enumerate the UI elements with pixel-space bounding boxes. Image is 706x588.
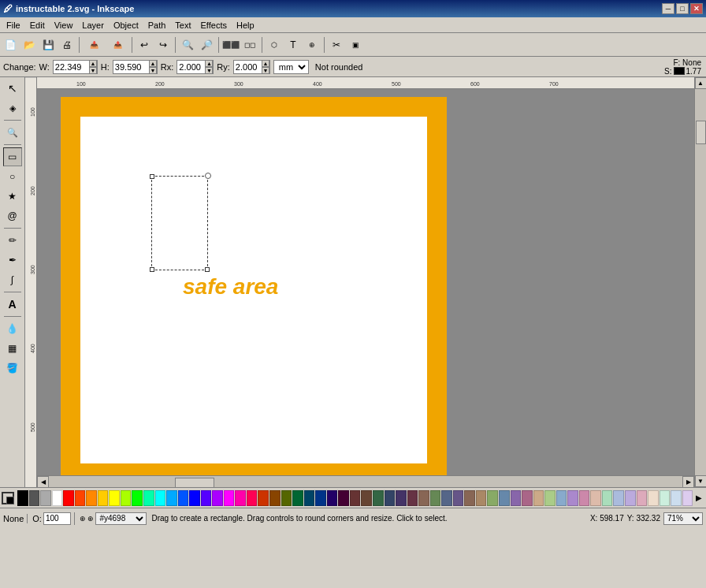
rx-input[interactable] bbox=[177, 62, 205, 72]
minimize-button[interactable]: ─ bbox=[662, 3, 674, 14]
export-button[interactable]: 📤 bbox=[106, 36, 128, 54]
node-tool[interactable]: ◈ bbox=[3, 99, 22, 117]
color-swatch[interactable] bbox=[418, 490, 429, 506]
color-swatch[interactable] bbox=[453, 490, 464, 506]
pen-tool[interactable]: ✒ bbox=[3, 251, 22, 270]
color-swatch[interactable] bbox=[166, 490, 177, 506]
menu-edit[interactable]: Edit bbox=[25, 19, 50, 32]
rx-spinner[interactable]: ▲▼ bbox=[205, 60, 213, 74]
ry-up[interactable]: ▲ bbox=[262, 60, 269, 67]
v-scroll-thumb[interactable] bbox=[696, 121, 706, 144]
menu-help[interactable]: Help bbox=[232, 19, 259, 32]
color-swatch[interactable] bbox=[487, 490, 498, 506]
node-select[interactable]: #y4698 bbox=[95, 512, 147, 525]
zoom-out-button[interactable]: 🔎 bbox=[198, 36, 215, 54]
menu-text[interactable]: Text bbox=[170, 19, 195, 32]
color-swatch[interactable] bbox=[75, 490, 86, 506]
star-tool[interactable]: ★ bbox=[3, 187, 22, 206]
palette-scroll[interactable]: ▶ bbox=[693, 493, 704, 502]
h-scroll-track[interactable] bbox=[49, 476, 682, 488]
color-swatch[interactable] bbox=[396, 490, 407, 506]
height-spinner[interactable]: ▲▼ bbox=[149, 60, 157, 74]
handle-top-left[interactable] bbox=[150, 174, 154, 179]
ry-input[interactable] bbox=[234, 62, 262, 72]
ry-spinner[interactable]: ▲▼ bbox=[262, 60, 269, 74]
color-swatch[interactable] bbox=[350, 490, 361, 506]
color-swatch[interactable] bbox=[121, 490, 132, 506]
rx-down[interactable]: ▼ bbox=[205, 67, 213, 74]
undo-button[interactable]: ↩ bbox=[136, 36, 153, 54]
scroll-down-button[interactable]: ▼ bbox=[695, 475, 707, 487]
paint-tool[interactable]: 🪣 bbox=[3, 359, 22, 378]
open-button[interactable]: 📂 bbox=[20, 36, 38, 54]
spiral-tool[interactable]: @ bbox=[3, 207, 22, 225]
color-swatch[interactable] bbox=[132, 490, 143, 506]
horizontal-scrollbar[interactable]: ◀ ▶ bbox=[37, 475, 694, 487]
color-swatch[interactable] bbox=[602, 490, 613, 506]
zoom-select[interactable]: 71% bbox=[663, 512, 703, 525]
color-swatch[interactable] bbox=[247, 490, 258, 506]
dropper-tool[interactable]: 💧 bbox=[3, 319, 22, 338]
color-swatch[interactable] bbox=[17, 490, 28, 506]
color-swatch[interactable] bbox=[430, 490, 441, 506]
handle-bottom-left[interactable] bbox=[150, 267, 154, 272]
menu-view[interactable]: View bbox=[50, 19, 78, 32]
width-spinner[interactable]: ▲▼ bbox=[89, 60, 97, 74]
unit-select[interactable]: mmpxcmin bbox=[273, 60, 309, 74]
opacity-input[interactable] bbox=[43, 512, 71, 525]
color-swatch[interactable] bbox=[407, 490, 418, 506]
color-swatch[interactable] bbox=[304, 490, 315, 506]
group-button[interactable]: ▣ bbox=[347, 36, 364, 54]
color-swatch[interactable] bbox=[499, 490, 510, 506]
color-swatch[interactable] bbox=[155, 490, 166, 506]
color-swatch[interactable] bbox=[235, 490, 246, 506]
color-swatch[interactable] bbox=[625, 490, 636, 506]
color-swatch[interactable] bbox=[258, 490, 269, 506]
height-down[interactable]: ▼ bbox=[149, 67, 157, 74]
color-swatch[interactable] bbox=[671, 490, 682, 506]
height-input[interactable] bbox=[113, 62, 149, 72]
menu-file[interactable]: File bbox=[2, 19, 25, 32]
select-tool[interactable]: ↖ bbox=[3, 79, 22, 98]
color-swatch[interactable] bbox=[361, 490, 372, 506]
handle-top-right[interactable] bbox=[205, 173, 211, 179]
menu-path[interactable]: Path bbox=[143, 19, 171, 32]
clone-button[interactable]: ⊕ bbox=[303, 36, 321, 54]
color-swatch[interactable] bbox=[52, 490, 63, 506]
menu-object[interactable]: Object bbox=[109, 19, 143, 32]
gradient-tool[interactable]: ▦ bbox=[3, 339, 22, 358]
color-swatch[interactable] bbox=[544, 490, 556, 506]
color-swatch[interactable] bbox=[224, 490, 235, 506]
print-button[interactable]: 🖨 bbox=[58, 36, 76, 54]
cut-button[interactable]: ✂ bbox=[328, 36, 345, 54]
color-swatch[interactable] bbox=[373, 490, 384, 506]
deselect-button[interactable]: ◻◻ bbox=[241, 36, 258, 54]
selected-rectangle[interactable] bbox=[151, 176, 208, 270]
color-swatch[interactable] bbox=[464, 490, 475, 506]
color-swatch[interactable] bbox=[556, 490, 567, 506]
color-swatch[interactable] bbox=[385, 490, 396, 506]
color-swatch[interactable] bbox=[579, 490, 590, 506]
maximize-button[interactable]: □ bbox=[676, 3, 689, 14]
color-swatch[interactable] bbox=[292, 490, 303, 506]
color-swatch[interactable] bbox=[109, 490, 120, 506]
scroll-right-button[interactable]: ▶ bbox=[682, 476, 694, 488]
color-swatch[interactable] bbox=[511, 490, 522, 506]
color-swatch[interactable] bbox=[613, 490, 624, 506]
color-swatch[interactable] bbox=[281, 490, 292, 506]
color-swatch[interactable] bbox=[522, 490, 533, 506]
color-swatch[interactable] bbox=[178, 490, 189, 506]
color-swatch[interactable] bbox=[327, 490, 338, 506]
color-swatch[interactable] bbox=[533, 490, 544, 506]
color-swatch[interactable] bbox=[143, 490, 154, 506]
scroll-left-button[interactable]: ◀ bbox=[37, 476, 49, 488]
color-swatch[interactable] bbox=[63, 490, 74, 506]
new-button[interactable]: 📄 bbox=[2, 36, 19, 54]
color-swatch[interactable] bbox=[476, 490, 487, 506]
color-swatch[interactable] bbox=[682, 490, 693, 506]
scroll-up-button[interactable]: ▲ bbox=[695, 77, 707, 89]
color-swatch[interactable] bbox=[315, 490, 326, 506]
v-scroll-track[interactable] bbox=[695, 89, 707, 475]
menu-effects[interactable]: Effects bbox=[196, 19, 232, 32]
import-button[interactable]: 📥 bbox=[83, 36, 105, 54]
